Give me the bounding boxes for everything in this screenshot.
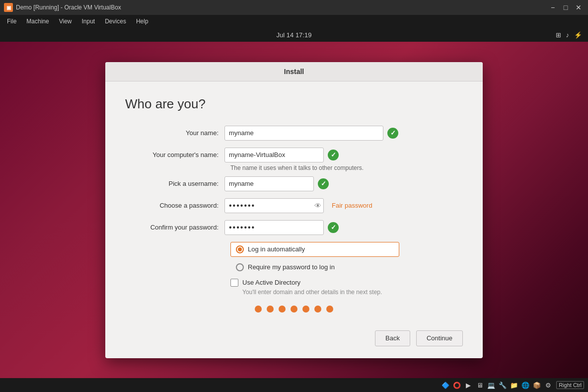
active-directory-section: Use Active Directory You'll enter domain… bbox=[230, 279, 463, 296]
taskbar-icon-8[interactable]: 🌐 bbox=[520, 380, 530, 390]
your-name-valid-icon: ✓ bbox=[387, 128, 398, 139]
show-password-button[interactable]: 👁 bbox=[314, 202, 321, 210]
radio-dot bbox=[238, 247, 242, 251]
taskbar-icon-5[interactable]: 💻 bbox=[486, 380, 496, 390]
app-icon: ▣ bbox=[4, 3, 13, 12]
password-field-wrap: 👁 bbox=[224, 198, 324, 213]
titlebar: ▣ Demo [Running] - Oracle VM VirtualBox … bbox=[0, 0, 588, 15]
active-directory-checkbox[interactable] bbox=[230, 279, 238, 287]
dialog-body: Who are you? Your name: ✓ Your computer'… bbox=[105, 81, 483, 306]
confirm-password-valid-icon: ✓ bbox=[328, 222, 339, 233]
taskbar-icon-9[interactable]: 📦 bbox=[532, 380, 542, 390]
computer-name-valid-icon: ✓ bbox=[328, 150, 339, 160]
taskbar-icon-2[interactable]: ⭕ bbox=[452, 380, 462, 390]
confirm-password-label: Confirm your password: bbox=[125, 224, 224, 231]
your-name-label: Your name: bbox=[125, 129, 224, 137]
password-label: Choose a password: bbox=[125, 202, 224, 209]
progress-dot-7 bbox=[326, 306, 333, 313]
username-label: Pick a username: bbox=[125, 180, 224, 187]
dialog-footer: Back Continue bbox=[105, 322, 483, 358]
menu-machine[interactable]: Machine bbox=[21, 17, 54, 26]
auto-login-radio[interactable] bbox=[236, 245, 244, 253]
window-title: Demo [Running] - Oracle VM VirtualBox bbox=[16, 4, 121, 11]
computer-name-row: Your computer's name: ✓ bbox=[125, 148, 463, 162]
taskbar-icons-group: 🔷 ⭕ ▶ 🖥 💻 🔧 📁 🌐 📦 ⚙ bbox=[441, 380, 553, 390]
progress-dot-5 bbox=[302, 306, 309, 313]
username-input-wrap: ✓ bbox=[224, 176, 329, 191]
active-directory-hint: You'll enter domain and other details in… bbox=[242, 289, 463, 296]
network-icon: ⊞ bbox=[556, 31, 561, 39]
menu-devices[interactable]: Devices bbox=[100, 17, 131, 26]
username-input[interactable] bbox=[224, 176, 314, 191]
login-options-section: Log in automatically Require my password… bbox=[230, 242, 463, 275]
progress-dots bbox=[105, 306, 483, 322]
your-name-row: Your name: ✓ bbox=[125, 126, 463, 141]
auto-login-option[interactable]: Log in automatically bbox=[230, 242, 399, 257]
taskbar: 🔷 ⭕ ▶ 🖥 💻 🔧 📁 🌐 📦 ⚙ Right Ctrl bbox=[0, 378, 588, 392]
taskbar-icon-7[interactable]: 📁 bbox=[509, 380, 519, 390]
right-ctrl-label: Right Ctrl bbox=[556, 381, 584, 389]
your-name-input[interactable] bbox=[224, 126, 383, 141]
progress-dot-1 bbox=[255, 306, 262, 313]
active-directory-label: Use Active Directory bbox=[242, 279, 300, 286]
taskbar-icon-10[interactable]: ⚙ bbox=[543, 380, 553, 390]
dialog-header: Install bbox=[105, 62, 483, 81]
window-controls: − □ ✕ bbox=[547, 2, 584, 13]
minimize-button[interactable]: − bbox=[547, 2, 558, 13]
password-input[interactable] bbox=[224, 198, 324, 213]
volume-icon: ♪ bbox=[566, 31, 570, 39]
menu-file[interactable]: File bbox=[2, 17, 21, 26]
progress-dot-3 bbox=[279, 306, 286, 313]
require-password-label: Require my password to log in bbox=[248, 263, 335, 271]
dialog-title: Install bbox=[284, 68, 304, 76]
menu-view[interactable]: View bbox=[54, 17, 77, 26]
username-row: Pick a username: ✓ bbox=[125, 176, 463, 191]
taskbar-icon-4[interactable]: 🖥 bbox=[475, 380, 485, 390]
continue-button[interactable]: Continue bbox=[416, 330, 463, 346]
back-button[interactable]: Back bbox=[375, 330, 410, 346]
maximize-button[interactable]: □ bbox=[560, 2, 571, 13]
confirm-password-row: Confirm your password: ✓ bbox=[125, 220, 463, 235]
username-valid-icon: ✓ bbox=[318, 178, 329, 189]
confirm-password-input-wrap: ✓ bbox=[224, 220, 339, 235]
auto-login-label: Log in automatically bbox=[248, 245, 305, 253]
close-button[interactable]: ✕ bbox=[573, 2, 584, 13]
password-strength-label: Fair password bbox=[332, 202, 372, 209]
computer-name-input[interactable] bbox=[224, 148, 324, 162]
password-input-wrap: 👁 Fair password bbox=[224, 198, 372, 213]
progress-dot-2 bbox=[267, 306, 274, 313]
password-row: Choose a password: 👁 Fair password bbox=[125, 198, 463, 213]
taskbar-icon-3[interactable]: ▶ bbox=[463, 380, 473, 390]
battery-icon: ⚡ bbox=[574, 31, 582, 39]
require-password-option[interactable]: Require my password to log in bbox=[230, 260, 399, 275]
confirm-password-field-wrap bbox=[224, 220, 324, 235]
active-directory-row: Use Active Directory bbox=[230, 279, 463, 287]
status-icons: ⊞ ♪ ⚡ bbox=[556, 31, 583, 39]
computer-name-label: Your computer's name: bbox=[125, 151, 224, 158]
your-name-input-wrap: ✓ bbox=[224, 126, 398, 141]
computer-name-hint: The name it uses when it talks to other … bbox=[230, 164, 463, 171]
progress-dot-6 bbox=[314, 306, 321, 313]
page-heading: Who are you? bbox=[125, 96, 463, 112]
taskbar-icon-1[interactable]: 🔷 bbox=[441, 380, 450, 390]
progress-dot-4 bbox=[291, 306, 297, 313]
confirm-password-input[interactable] bbox=[224, 220, 324, 235]
computer-name-input-wrap: ✓ bbox=[224, 148, 339, 162]
install-dialog: Install Who are you? Your name: ✓ Your c… bbox=[105, 62, 483, 358]
menubar: File Machine View Input Devices Help bbox=[0, 15, 588, 28]
menu-input[interactable]: Input bbox=[77, 17, 100, 26]
content-area: Install Who are you? Your name: ✓ Your c… bbox=[0, 42, 588, 378]
statusbar: Jul 14 17:19 ⊞ ♪ ⚡ bbox=[0, 28, 588, 42]
taskbar-icon-6[interactable]: 🔧 bbox=[498, 380, 508, 390]
require-password-radio[interactable] bbox=[236, 263, 244, 271]
status-time: Jul 14 17:19 bbox=[277, 31, 312, 39]
menu-help[interactable]: Help bbox=[131, 17, 153, 26]
